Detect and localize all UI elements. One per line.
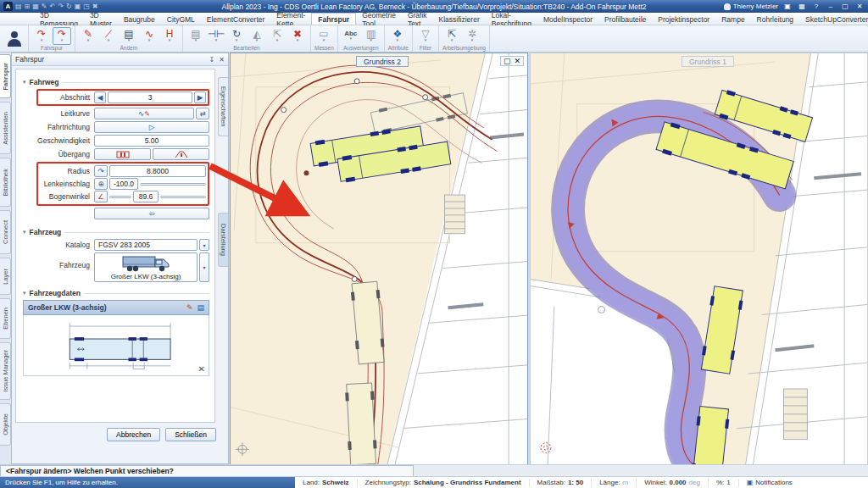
- tab-elementconverter[interactable]: ElementConverter: [201, 13, 271, 25]
- section-fahrweg[interactable]: ▾Fahrweg: [23, 78, 209, 86]
- tab-baugrube[interactable]: Baugrube: [118, 13, 161, 25]
- abschnitt-next-button[interactable]: ▶: [194, 92, 206, 103]
- uebergang-option-2[interactable]: [153, 148, 209, 160]
- workspace-settings-icon[interactable]: ✲▾: [463, 27, 481, 45]
- axes-icon[interactable]: ⇱▾: [442, 27, 461, 45]
- viewport-left-buttons[interactable]: ▢ ✕: [500, 56, 524, 66]
- tab-grafik-text[interactable]: Grafik Text: [402, 13, 433, 25]
- panel-close-icon[interactable]: ✕: [219, 56, 225, 64]
- copy-icon[interactable]: ▤▾: [186, 27, 205, 45]
- minimize-button[interactable]: –: [826, 3, 836, 10]
- actionbar-avatar[interactable]: [0, 25, 29, 52]
- fahrspur-modify-icon[interactable]: ↷▾: [53, 27, 71, 45]
- katalog-dropdown-icon[interactable]: ▾: [199, 239, 209, 251]
- steering-icon-button[interactable]: ⊕: [94, 178, 108, 190]
- measure-icon[interactable]: ▭▾: [314, 27, 333, 45]
- tools-icon[interactable]: ✖: [92, 3, 98, 10]
- lenkeinschlag-slider[interactable]: [140, 183, 206, 186]
- new-icon[interactable]: ▤: [15, 3, 22, 10]
- radius-icon-button[interactable]: ↷: [94, 165, 108, 177]
- note-tool-icon[interactable]: ▤▾: [120, 27, 138, 45]
- open-icon[interactable]: ⊞: [25, 3, 31, 10]
- bogenwinkel-slider-left[interactable]: [109, 196, 131, 198]
- tab-element-kette[interactable]: Element-Kette: [270, 13, 311, 25]
- rotate-icon[interactable]: ↻▾: [227, 27, 246, 45]
- tab-modelinspector[interactable]: ModelInspector: [537, 13, 598, 25]
- undo-icon[interactable]: ↶: [50, 3, 56, 10]
- monitor-icon[interactable]: ▣: [75, 3, 81, 10]
- statusbar-winkel[interactable]: Winkel:0.000 deg: [637, 479, 709, 487]
- pencil-tool-icon[interactable]: ✎▾: [79, 27, 97, 45]
- tab-rampe[interactable]: Rampe: [715, 13, 750, 25]
- edit-doc-icon[interactable]: ✎: [42, 3, 47, 10]
- leitkurve-button[interactable]: ∿ ✎: [94, 108, 194, 119]
- filter-funnel-icon[interactable]: ▽▾: [416, 27, 435, 45]
- schliessen-button[interactable]: Schließen: [165, 428, 216, 441]
- uebergang-option-1[interactable]: [94, 148, 151, 160]
- save-icon[interactable]: ▦: [32, 3, 39, 10]
- viewport-right-tab[interactable]: Grundriss 1: [682, 56, 734, 67]
- fahrtrichtung-button[interactable]: ▷: [94, 121, 209, 133]
- tab-citygml[interactable]: CityGML: [161, 13, 201, 25]
- delete-icon[interactable]: ✖▾: [288, 27, 307, 45]
- pin-tool-icon[interactable]: ⟋▾: [99, 27, 118, 45]
- right-viewport-canvas[interactable]: [531, 53, 867, 469]
- statusbar-massstab[interactable]: Maßstab:1: 50: [530, 479, 593, 487]
- statusbar-laenge[interactable]: Länge:m: [592, 479, 637, 487]
- tab-geometrie-tool[interactable]: Geometrie Tool: [356, 13, 402, 25]
- allplan-logo-icon[interactable]: A: [3, 2, 13, 11]
- mirror-icon[interactable]: ◭▾: [248, 27, 266, 45]
- user-account[interactable]: Thierry Metzler: [724, 3, 778, 10]
- scale-icon[interactable]: ⇱▾: [268, 27, 287, 45]
- radius-input[interactable]: 8.8000: [109, 165, 206, 177]
- viewport-left-tab[interactable]: Grundriss 2: [356, 56, 409, 67]
- tab-fahrspur[interactable]: Fahrspur: [311, 13, 356, 25]
- back-button[interactable]: ⇦: [94, 208, 209, 219]
- tab-klassifizierer[interactable]: Klassifizierer: [433, 13, 486, 25]
- geschwindigkeit-input[interactable]: 5.00: [94, 135, 209, 147]
- abschnitt-value[interactable]: 3: [108, 92, 192, 103]
- abc-text-icon[interactable]: Abc▾: [342, 27, 360, 45]
- bogenwinkel-input[interactable]: 89.6: [133, 191, 159, 202]
- lenkeinschlag-input[interactable]: -100.0: [109, 178, 138, 190]
- katalog-select[interactable]: FGSV 283 2005: [94, 239, 198, 251]
- distribute-icon[interactable]: ⊣⊢▾: [207, 27, 225, 45]
- maximize-button[interactable]: ▢: [840, 3, 850, 10]
- tab-eigenschaften[interactable]: Eigenschaften: [218, 77, 228, 136]
- h-tool-icon[interactable]: H▾: [160, 27, 179, 45]
- angle-icon-button[interactable]: ∠: [94, 191, 108, 202]
- save-vehicle-icon[interactable]: ▤: [197, 303, 204, 312]
- attribute-tag-icon[interactable]: ❖▾: [388, 27, 407, 45]
- tab-lokal-beschriftung[interactable]: Lokal-Beschriftung: [486, 13, 537, 25]
- vehicle-card-close-icon[interactable]: ✕: [198, 364, 205, 374]
- viewport-restore-icon[interactable]: ▢: [504, 57, 511, 65]
- help-icon[interactable]: ?: [811, 3, 821, 10]
- panel-title-bar[interactable]: Fahrspur ↧ ✕: [12, 53, 228, 66]
- abbrechen-button[interactable]: Abbrechen: [107, 428, 160, 441]
- shop-icon[interactable]: ▦: [797, 3, 807, 10]
- sidebar-item-objekte[interactable]: Objekte: [0, 403, 11, 446]
- viewport-grundriss-2[interactable]: Grundriss 2 ▢ ✕: [230, 53, 528, 470]
- sidebar-item-bibliothek[interactable]: Bibliothek: [0, 158, 11, 207]
- window-icon[interactable]: ◳: [83, 3, 90, 10]
- report-list-icon[interactable]: ▥▾: [362, 27, 381, 45]
- fahrzeug-select[interactable]: Großer LKW (3-achsig): [94, 252, 198, 282]
- tab-projektinspector[interactable]: Projektinspector: [652, 13, 715, 25]
- statusbar-zeichnungstyp[interactable]: Zeichnungstyp:Schalung - Grundriss Funda…: [358, 479, 530, 487]
- sidebar-item-layer[interactable]: Layer: [0, 258, 11, 295]
- connect-icon[interactable]: ▣: [782, 3, 793, 10]
- fahrzeug-dropdown-icon[interactable]: ▾: [199, 252, 209, 282]
- sidebar-item-connect[interactable]: Connect: [0, 210, 11, 254]
- tab-rohrleitung[interactable]: Rohrleitung: [751, 13, 799, 25]
- sidebar-item-issue-manager[interactable]: Issue Manager: [0, 342, 11, 400]
- viewport-close-icon[interactable]: ✕: [514, 57, 520, 65]
- tab-profilbauteile[interactable]: Profilbauteile: [598, 13, 652, 25]
- left-viewport-canvas[interactable]: [231, 53, 527, 469]
- sidebar-item-fahrspur[interactable]: Fahrspur: [0, 54, 11, 98]
- refresh-icon[interactable]: ↻: [66, 3, 72, 10]
- tab-sketchupconverter[interactable]: SketchUpConverter: [799, 13, 868, 25]
- redo-icon[interactable]: ↷: [58, 3, 64, 10]
- fahrspur-create-icon[interactable]: ↷▾: [32, 27, 51, 45]
- section-fahrzeugdaten[interactable]: ▾Fahrzeugdaten: [23, 289, 209, 297]
- statusbar-notifications[interactable]: ▣ Notifications: [739, 479, 800, 487]
